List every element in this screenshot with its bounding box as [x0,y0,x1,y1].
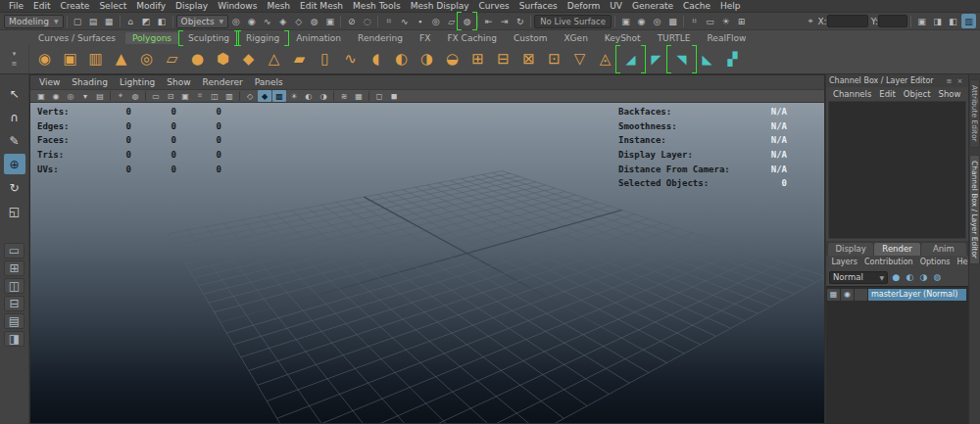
poly-sphere-icon[interactable]: ◉ [32,47,57,71]
shelf-tab[interactable]: FX Caching [440,32,504,44]
poly-cone-icon[interactable]: ▲ [109,47,133,71]
snap-to-grid-icon[interactable]: ⌗ [381,14,396,28]
shelf-tab[interactable]: KeyShot [598,32,648,44]
save-scene-icon[interactable]: ▦ [102,14,117,28]
menu-item[interactable]: Cache [678,1,715,11]
target-weld-icon[interactable]: ◣ [695,47,719,71]
shelf-tab[interactable]: Sculpting [181,32,236,44]
quad-draw-icon[interactable]: ◢ [618,47,643,71]
channel-box-menu-item[interactable]: Object [900,89,935,99]
poly-platonic-icon[interactable]: ◆ [236,47,261,71]
shelf-tab[interactable]: Curves / Surfaces [31,32,122,44]
mask-handles-icon[interactable]: ◎ [228,14,243,28]
panel-menu-item[interactable]: Panels [249,77,289,87]
safe-title-icon[interactable]: ▥ [222,90,236,102]
snap-to-view-plane-icon[interactable]: ▱ [444,14,459,28]
separator[interactable] [145,91,146,101]
viewport-canvas[interactable]: Verts: 0 0 0 Edges: 0 0 0 [30,103,824,423]
layout-three-pane-icon[interactable]: ▤ [4,313,24,329]
multisample-icon[interactable]: ▦ [352,90,366,102]
combine-icon[interactable]: ⊞ [466,47,490,71]
layout-two-pane-stacked-icon[interactable]: ⊟ [4,296,24,311]
layer-renderable-toggle[interactable]: ◉ [841,289,854,301]
menu-item[interactable]: Modify [131,1,171,11]
menu-item[interactable]: Edit Mesh [295,1,348,11]
mask-deformations-icon[interactable]: ◇ [291,14,306,28]
film-gate-icon[interactable]: ▭ [149,90,163,102]
shelf-tab[interactable]: Polygons [125,32,178,44]
separator[interactable] [239,91,240,101]
layer-editor-menu-item[interactable]: Options [916,258,954,266]
smooth-icon[interactable]: ◬ [593,47,617,71]
panel-menu-item[interactable]: Shading [66,77,114,87]
ao-icon[interactable]: ◑ [317,90,330,102]
multi-cut-icon[interactable]: ◤ [644,47,668,71]
scale-tool-icon[interactable]: ◱ [4,201,25,221]
poly-plane-icon[interactable]: ▱ [160,47,184,71]
toggle-modeling-toolkit-icon[interactable]: ▣ [914,14,929,28]
separator[interactable] [368,91,369,101]
dock-tab[interactable]: Attribute Editor [969,79,980,148]
layer-overrides-icon[interactable]: ◑ [917,271,930,284]
shelf-tab[interactable]: RealFlow [701,32,754,44]
layout-outliner-persp-icon[interactable]: ◨ [4,331,24,347]
layout-two-pane-side-icon[interactable]: ◫ [4,278,24,294]
menu-item[interactable]: Help [715,1,746,11]
snap-to-curve-icon[interactable]: ∿ [397,14,412,28]
image-plane-icon[interactable]: ▤ [93,90,107,102]
channel-box-menu-item[interactable]: Show [934,89,964,99]
menu-item[interactable]: Mesh Display [406,1,474,11]
channel-box-menu-item[interactable]: Channels [829,89,875,99]
output-operations-icon[interactable]: ⇥ [497,14,512,28]
channel-box-menu-item[interactable]: Edit [875,89,899,99]
absolute-transform-icon[interactable]: ⌖ [803,14,817,28]
panel-menu-icon[interactable]: ≡ [944,77,955,85]
reduce-icon[interactable]: ▽ [567,47,592,71]
select-tool-icon[interactable]: ↖ [4,83,25,104]
menu-item[interactable]: Deform [563,1,605,11]
panel-menu-item[interactable]: View [33,77,66,87]
layer-list[interactable]: ▦ ◉ masterLayer (Normal) [826,286,968,424]
motion-blur-icon[interactable]: ≋ [337,90,351,102]
gate-mask-icon[interactable]: ▣ [178,90,192,102]
fill-hole-icon[interactable]: ⊡ [542,47,566,71]
snap-to-point-icon[interactable]: ∙ [413,14,427,28]
menu-item[interactable]: Windows [213,1,262,11]
new-layer-from-selected-icon[interactable]: ◐ [904,271,916,284]
layer-visibility-toggle[interactable]: ▦ [827,289,840,301]
panel-menu-item[interactable]: Renderer [197,77,249,87]
lock-selection-icon[interactable]: ⊘ [344,14,359,28]
construction-history-icon[interactable]: ↻ [513,14,527,28]
new-scene-icon[interactable]: ▢ [71,14,85,28]
menu-item[interactable]: Create [56,1,95,11]
menu-item[interactable]: Display [171,1,213,11]
mask-dynamics-icon[interactable]: ◍ [307,14,321,28]
layer-editor-tab[interactable]: Display [828,243,873,256]
safe-action-icon[interactable]: ◫ [208,90,221,102]
poly-pyramid-icon[interactable]: △ [262,47,286,71]
rotate-tool-icon[interactable]: ↻ [4,177,25,198]
separator[interactable] [110,91,111,101]
lock-camera-icon[interactable]: ◉ [49,90,63,102]
transform-y-input[interactable] [878,15,907,27]
lights-icon[interactable]: ☀ [287,90,301,102]
extract-icon[interactable]: ⊠ [516,47,541,71]
mask-curves-icon[interactable]: ∿ [260,14,274,28]
shadows-icon[interactable]: ◐ [302,90,316,102]
menu-item[interactable]: Mesh [262,1,295,11]
highlight-selection-icon[interactable]: ◌ [360,14,374,28]
resolution-gate-icon[interactable]: ⊡ [164,90,177,102]
transform-x-input[interactable] [827,15,868,27]
select-camera-icon[interactable]: ▣ [34,90,48,102]
light-display-icon[interactable]: ☀ [718,14,733,28]
poly-cube-icon[interactable]: ▣ [58,47,82,71]
separate-icon[interactable]: ⊟ [491,47,515,71]
poly-helix-icon[interactable]: ∿ [338,47,363,71]
open-scene-icon[interactable]: ▤ [86,14,101,28]
boolean-intersection-icon[interactable]: ◒ [440,47,465,71]
select-by-object-icon[interactable]: ◩ [139,14,154,28]
poly-disc-icon[interactable]: ● [185,47,210,71]
shaded-icon[interactable]: ◆ [258,90,271,102]
2d-pan-zoom-icon[interactable]: ⌖ [114,90,127,102]
panel-menu-item[interactable]: Show [161,77,196,87]
